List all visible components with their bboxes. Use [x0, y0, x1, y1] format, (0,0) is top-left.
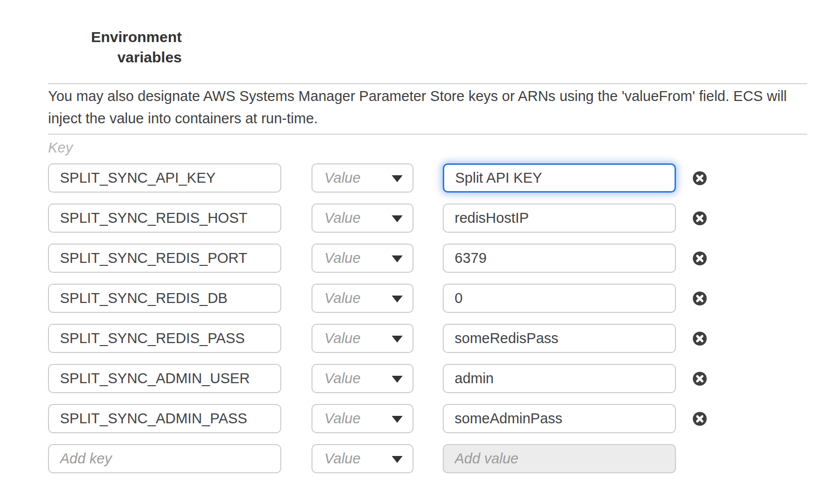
value-type-selected-label: Value — [324, 210, 361, 226]
caret-down-icon — [392, 416, 403, 423]
env-variable-row: Value — [48, 284, 741, 313]
value-type-dropdown[interactable]: Value — [312, 324, 414, 353]
circle-x-icon — [692, 291, 707, 306]
value-type-dropdown[interactable]: Value — [312, 203, 414, 233]
caret-down-icon — [392, 255, 403, 262]
section-label: Environment variables — [48, 27, 182, 67]
env-variable-row: Value — [48, 324, 741, 353]
section-label-line2: variables — [48, 47, 182, 67]
value-type-dropdown[interactable]: Value — [312, 244, 414, 273]
key-column-label: Key — [48, 140, 73, 156]
env-key-input[interactable] — [48, 404, 281, 433]
add-env-variable-row: Value — [48, 444, 741, 473]
env-key-input[interactable] — [48, 163, 281, 193]
value-type-selected-label: Value — [324, 370, 361, 387]
value-type-dropdown[interactable]: Value — [312, 163, 414, 193]
value-type-selected-label: Value — [324, 290, 361, 306]
env-value-input[interactable] — [443, 404, 676, 433]
env-value-input[interactable] — [443, 244, 676, 273]
caret-down-icon — [392, 376, 403, 383]
env-key-input[interactable] — [48, 203, 281, 233]
env-key-input[interactable] — [48, 244, 281, 273]
middle-divider — [48, 134, 807, 135]
env-value-input[interactable] — [443, 203, 676, 233]
value-type-dropdown[interactable]: Value — [312, 364, 414, 393]
value-type-selected-label: Value — [324, 170, 361, 186]
env-key-input[interactable] — [48, 324, 281, 353]
env-variable-row: Value — [48, 244, 741, 273]
env-value-input[interactable] — [443, 324, 676, 353]
remove-row-button[interactable] — [692, 171, 707, 186]
env-key-input[interactable] — [48, 364, 281, 393]
remove-row-button[interactable] — [692, 291, 707, 306]
env-variable-row: Value — [48, 404, 741, 433]
caret-down-icon — [392, 175, 403, 182]
circle-x-icon — [692, 171, 707, 186]
env-variable-row: Value — [48, 364, 741, 393]
value-type-dropdown[interactable]: Value — [312, 444, 414, 473]
caret-down-icon — [392, 296, 403, 302]
remove-row-button[interactable] — [692, 331, 707, 346]
circle-x-icon — [692, 411, 707, 426]
env-variable-rows: ValueValueValueValueValueValueValueValue — [48, 163, 741, 484]
section-description: You may also designate AWS Systems Manag… — [48, 85, 811, 130]
remove-row-button[interactable] — [692, 211, 707, 226]
caret-down-icon — [392, 336, 403, 343]
value-type-dropdown[interactable]: Value — [312, 284, 414, 313]
value-type-selected-label: Value — [324, 451, 361, 467]
env-key-input[interactable] — [48, 284, 281, 313]
remove-row-button[interactable] — [692, 251, 707, 266]
env-value-input[interactable] — [443, 284, 676, 313]
env-value-input[interactable] — [443, 364, 676, 393]
value-type-selected-label: Value — [324, 410, 361, 427]
circle-x-icon — [692, 371, 707, 386]
circle-x-icon — [692, 331, 707, 346]
value-type-dropdown[interactable]: Value — [312, 404, 414, 433]
circle-x-icon — [692, 251, 707, 266]
add-key-input[interactable] — [48, 444, 281, 473]
remove-row-button[interactable] — [692, 371, 707, 386]
ecs-environment-variables-section: Environment variables You may also desig… — [0, 0, 831, 504]
env-variable-row: Value — [48, 203, 741, 233]
value-type-selected-label: Value — [324, 330, 361, 347]
remove-row-button[interactable] — [692, 411, 707, 426]
env-value-input[interactable] — [443, 163, 676, 193]
caret-down-icon — [392, 456, 403, 463]
circle-x-icon — [692, 211, 707, 226]
add-value-input[interactable] — [443, 444, 676, 473]
top-divider — [48, 83, 807, 84]
value-type-selected-label: Value — [324, 250, 361, 266]
section-label-line1: Environment — [48, 27, 182, 47]
env-variable-row: Value — [48, 163, 741, 193]
caret-down-icon — [392, 215, 403, 222]
